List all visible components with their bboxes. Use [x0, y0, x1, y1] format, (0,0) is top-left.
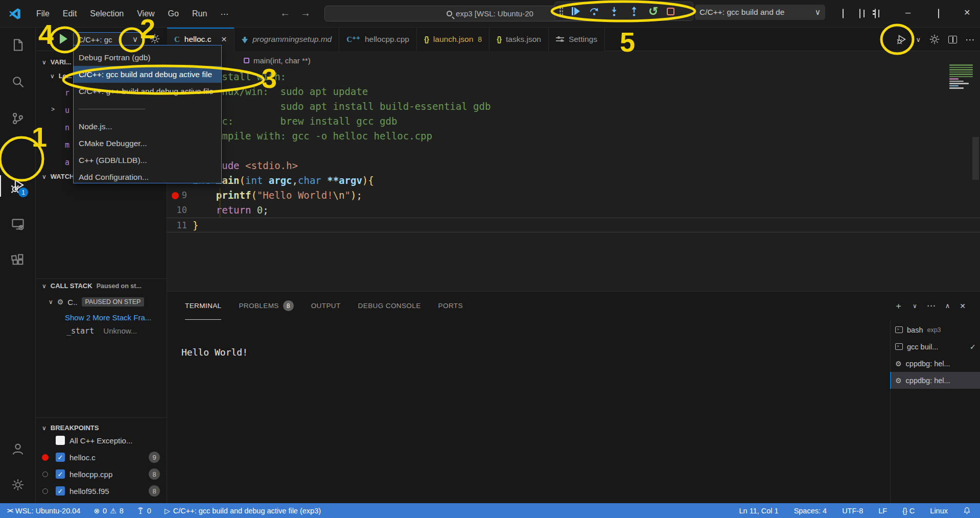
- code-line-6[interactable]: 6*/: [167, 144, 980, 158]
- close-panel-icon[interactable]: ✕: [960, 302, 966, 310]
- code-line-5[interactable]: 5 compile with: gcc -o helloc helloc.cpp: [167, 129, 980, 144]
- stack-frame-row[interactable]: _start Unknow...: [66, 326, 137, 336]
- code-line-4[interactable]: 4 mac: brew install gcc gdb: [167, 114, 980, 129]
- breakpoint-checkbox[interactable]: ✓: [56, 469, 65, 479]
- encoding-status[interactable]: UTF-8: [842, 507, 863, 515]
- gear-icon[interactable]: [929, 34, 940, 45]
- code-line-3[interactable]: 3 sudo apt install build-essential gdb: [167, 99, 980, 114]
- variable-r[interactable]: r: [65, 88, 69, 98]
- terminal-item-2[interactable]: ⚙cppdbg: hel...: [890, 355, 980, 372]
- nav-forward-icon[interactable]: →: [300, 7, 311, 19]
- ports-status[interactable]: 0: [137, 507, 151, 515]
- code-line-8[interactable]: 8int main(int argc,char **argv){: [167, 173, 980, 188]
- dropdown-item-cmake-debugger-[interactable]: CMake Debugger...: [74, 135, 221, 152]
- step-over-button[interactable]: [589, 6, 600, 17]
- breakpoints-section-header[interactable]: ∨BREAKPOINTS: [42, 424, 99, 432]
- code-line-9[interactable]: 9 printf("Hello World!\n");: [167, 188, 980, 203]
- restart-button[interactable]: ↺: [648, 5, 658, 18]
- dropdown-item-node-js-[interactable]: Node.js...: [74, 118, 221, 135]
- new-terminal-button[interactable]: ＋: [894, 300, 903, 312]
- terminal-item-0[interactable]: >bashexp3: [890, 321, 980, 338]
- watch-section-header[interactable]: ∨WATCH: [42, 173, 75, 180]
- locals-scope-header[interactable]: ∨Lo...: [50, 73, 72, 80]
- toggle-panel-icon[interactable]: [843, 9, 844, 18]
- menu-edit[interactable]: Edit: [56, 6, 84, 21]
- step-out-button[interactable]: [628, 6, 640, 17]
- code-area[interactable]: 1/* install with:2 linux/win: sudo apt u…: [167, 69, 980, 232]
- panel-tab-problems[interactable]: PROBLEMS8: [239, 292, 293, 320]
- debug-config-select[interactable]: C/C++: gcc build and de ∨: [695, 5, 825, 20]
- tab-launch-json[interactable]: {}launch.json8: [417, 28, 489, 51]
- call-stack-thread-row[interactable]: ∨ ⚙ C.. PAUSED ON STEP: [49, 297, 144, 307]
- menu-file[interactable]: File: [30, 6, 56, 21]
- menu-more[interactable]: ⋯: [214, 6, 235, 22]
- minimap[interactable]: [949, 64, 976, 90]
- run-or-debug-icon[interactable]: [896, 34, 907, 45]
- notifications-bell[interactable]: [963, 507, 971, 514]
- menu-selection[interactable]: Selection: [83, 6, 130, 21]
- terminal-item-3[interactable]: ⚙cppdbg: hel...: [890, 372, 980, 389]
- code-line-11[interactable]: 11}: [167, 218, 980, 232]
- os-status[interactable]: Linux: [930, 507, 948, 515]
- line-col-status[interactable]: Ln 11, Col 1: [739, 507, 779, 515]
- variable-u[interactable]: u: [65, 106, 69, 115]
- breakpoint-row-hellof95-f95[interactable]: ✓hellof95.f958: [36, 483, 167, 499]
- dropdown-item-c-c-gcc-build-and-debug-active-file[interactable]: C/C++: gcc build and debug active file: [74, 66, 221, 83]
- customize-layout-icon[interactable]: [875, 9, 876, 18]
- sidebar-config-select[interactable]: C/C++: gc ∨: [73, 32, 143, 46]
- manage-gear-icon[interactable]: [0, 470, 36, 500]
- breakpoint-checkbox[interactable]: ✓: [56, 486, 65, 496]
- line-number[interactable]: 10: [172, 203, 187, 218]
- split-editor-icon[interactable]: [859, 9, 860, 18]
- more-actions-icon[interactable]: ⋯: [927, 300, 936, 311]
- gear-icon[interactable]: [149, 33, 160, 44]
- problems-status[interactable]: ⊗ 0 ⚠ 8: [94, 507, 123, 515]
- terminal-item-1[interactable]: >gcc buil...✓: [890, 338, 980, 355]
- line-number[interactable]: 11: [172, 218, 187, 233]
- menu-run[interactable]: Run: [185, 6, 214, 21]
- breakpoint-row-helloc-c[interactable]: ✓helloc.c9: [36, 450, 167, 465]
- line-number[interactable]: 9: [172, 188, 187, 203]
- variables-section-header[interactable]: ∨VARI...: [42, 58, 72, 66]
- tab-programmingsetup-md[interactable]: programmingsetup.md: [235, 28, 339, 51]
- code-line-1[interactable]: 1/* install with:: [167, 69, 980, 84]
- dropdown-item-add-configuration-[interactable]: Add Configuration...: [74, 169, 221, 185]
- panel-tab-output[interactable]: OUTPUT: [311, 292, 341, 320]
- dropdown-item-c-gdb-lldb-[interactable]: C++ (GDB/LLDB)...: [74, 152, 221, 169]
- menu-view[interactable]: View: [130, 6, 161, 21]
- continue-button[interactable]: [572, 7, 580, 15]
- debug-config-status[interactable]: ▷ C/C++: gcc build and debug active file…: [165, 507, 321, 515]
- explorer-icon[interactable]: [0, 30, 36, 60]
- variable-n[interactable]: n: [65, 123, 69, 132]
- breakpoint-checkbox[interactable]: [56, 436, 65, 445]
- step-into-button[interactable]: [609, 6, 620, 17]
- maximize-panel-icon[interactable]: ∧: [945, 302, 950, 310]
- breakpoint-row-hellocpp-cpp[interactable]: ✓hellocpp.cpp8: [36, 466, 167, 482]
- run-and-debug-icon[interactable]: 1: [0, 171, 36, 201]
- close-tab-icon[interactable]: ✕: [221, 35, 227, 43]
- menu-go[interactable]: Go: [161, 6, 185, 21]
- restore-button[interactable]: [938, 9, 939, 18]
- drag-handle-icon[interactable]: [559, 7, 563, 16]
- extensions-icon[interactable]: [0, 245, 36, 275]
- breadcrumb[interactable]: main(int, char **): [244, 56, 311, 65]
- breakpoint-checkbox[interactable]: ✓: [56, 453, 65, 462]
- tab-settings[interactable]: Settings: [549, 28, 605, 51]
- remote-indicator[interactable]: >< WSL: Ubuntu-20.04: [7, 507, 80, 515]
- nav-back-icon[interactable]: ←: [280, 7, 290, 19]
- indentation-status[interactable]: Spaces: 4: [794, 507, 827, 515]
- code-line-7[interactable]: 7#include <stdio.h>: [167, 158, 980, 173]
- remote-explorer-icon[interactable]: [0, 209, 36, 239]
- variable-a[interactable]: a: [65, 158, 69, 167]
- dropdown-item-c-c-g-build-and-debug-active-file[interactable]: C/C++: g++ build and debug active file: [74, 83, 221, 100]
- variable-m[interactable]: m: [65, 140, 69, 150]
- chevron-down-icon[interactable]: ∨: [132, 35, 138, 44]
- search-icon[interactable]: [0, 67, 36, 97]
- chevron-down-icon[interactable]: ∨: [916, 36, 921, 43]
- tab-hellocpp-cpp[interactable]: C⁺⁺hellocpp.cpp: [339, 28, 417, 51]
- accounts-icon[interactable]: [0, 434, 36, 464]
- eol-status[interactable]: LF: [878, 507, 887, 515]
- code-line-10[interactable]: 10 return 0;: [167, 203, 980, 218]
- show-more-stack-frames-link[interactable]: Show 2 More Stack Fra...: [65, 313, 151, 322]
- editor-scrollbar[interactable]: [972, 137, 979, 180]
